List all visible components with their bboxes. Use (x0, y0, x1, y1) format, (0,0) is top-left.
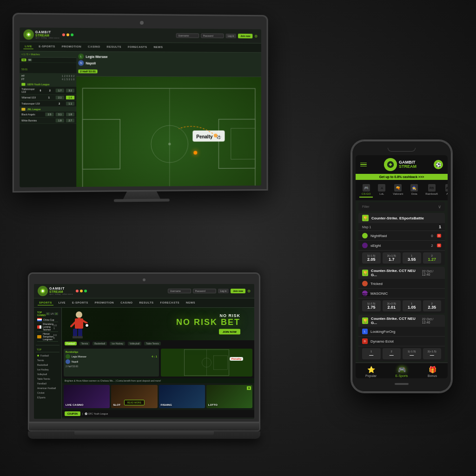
laptop-card-livecasino[interactable]: LIVE CASINO (64, 385, 110, 408)
monitor-username-input[interactable]: Username (176, 33, 199, 38)
laptop-nav-forecasts[interactable]: FORECASTS (159, 300, 181, 305)
laptop-nav-results[interactable]: RESULTS (138, 300, 155, 305)
laptop-ql-tennis[interactable]: Tennis (79, 342, 90, 345)
laptop-next-btn[interactable]: > (54, 312, 58, 315)
phone-tab-dota[interactable]: 🧙 Dota (408, 183, 420, 198)
phone-cashback-bar[interactable]: Get up to 0.8% cashback >>> (356, 174, 448, 180)
phone-section1-header: 🏆 Counter-Strike. ESportsBattle (358, 213, 445, 223)
monitor-nav-results[interactable]: RESULTS (106, 45, 123, 50)
phone-tab-aov[interactable]: AoV AoV (443, 183, 448, 198)
monitor-nav-casino[interactable]: CASINO (86, 44, 102, 49)
laptop-sport-cricket[interactable]: Cricket (36, 390, 60, 395)
laptop-hero-cta[interactable]: Join now (219, 329, 240, 335)
phone-nav-esports[interactable]: 🎮 E-Sports (386, 366, 417, 377)
monitor-camera (140, 21, 144, 25)
phone-filter-bar[interactable]: Filter ∨ (358, 202, 445, 211)
laptop-ql-icehockey[interactable]: Ice Hockey (110, 342, 125, 345)
phone-tab-rainbow6[interactable]: R6 Rainbow6 (423, 183, 440, 198)
phone-s3-odds1-btn[interactable]: 1 — (362, 348, 381, 359)
laptop-card-slot[interactable]: SLOT READ MORE (111, 385, 157, 408)
laptop-logo-icon (38, 286, 48, 296)
laptop-login-button[interactable]: Log in (218, 289, 229, 293)
monitor-score-detail: HT 120032 FT 415010 (20, 73, 76, 82)
phone-s2-odds3-btn[interactable]: 1 1.05 (403, 300, 421, 311)
laptop-prev-btn[interactable]: < (46, 312, 50, 315)
svg-rect-6 (83, 119, 120, 169)
phone-aov-icon: AoV (445, 184, 448, 192)
laptop-quick-links: Football Tennis Basketball Ice Hockey Vo… (62, 340, 254, 347)
laptop-nav-live[interactable]: LIVE (57, 300, 67, 305)
phone-nav-popular[interactable]: ⭐ Popular (356, 366, 386, 377)
laptop-ql-football[interactable]: Football (65, 342, 77, 345)
laptop-card-fishing[interactable]: FISHING (159, 385, 205, 408)
phone-s1-odds4-btn[interactable]: 2 1.27 (423, 252, 442, 264)
phone-tab-lol[interactable]: ⚔ LoL (376, 183, 388, 198)
phone-nav-bonus[interactable]: 🎁 Bonus (417, 366, 448, 377)
laptop-sport-icehockey[interactable]: Ice Hockey (36, 367, 60, 372)
phone-s2-odds2-btn[interactable]: 2(+2.5) 2.01 (383, 300, 401, 311)
laptop-lang-icon[interactable]: ⚙ (247, 289, 251, 293)
phone-s3-odds4-btn[interactable]: 2(+1.5) — (423, 348, 442, 359)
monitor-nav-live[interactable]: LIVE (23, 44, 33, 49)
phone-home-button[interactable] (395, 383, 409, 385)
monitor-nav-esports[interactable]: E-SPORTS (37, 44, 56, 49)
laptop-sport-football[interactable]: Football (36, 353, 60, 358)
laptop-nav-sports[interactable]: SPORTS (38, 300, 53, 305)
monitor-lang-icon[interactable]: ⚙ (254, 34, 258, 38)
wc-minimize (66, 33, 69, 36)
laptop-promo-subtitle: Brighton & Hove Albion women vs Chelsea … (62, 378, 254, 383)
laptop-sport-tennis[interactable]: Tennis (36, 358, 60, 363)
monitor-join-button[interactable]: Join now (238, 33, 252, 38)
phone-match-section-3: 🏆 Counter-Strike. CCT NEU G... 22 Oct / … (358, 315, 445, 361)
phone-s2-odds1-btn[interactable]: 1(-2.5) 1.75 (362, 300, 381, 311)
laptop-slot-readmore[interactable]: READ MORE (124, 400, 145, 405)
laptop-sport-esports[interactable]: ESports (36, 395, 60, 400)
laptop-wc-close (76, 290, 79, 292)
phone-tab-valorant[interactable]: 🔫 Valorant (390, 183, 405, 198)
laptop-ql-volleyball[interactable]: Volleyball (128, 342, 141, 345)
laptop-sport-american-football[interactable]: American Football (36, 386, 60, 390)
phone-s3-odds2-btn[interactable]: 2 — (383, 348, 401, 359)
laptop-sport-basketball[interactable]: Basketball (36, 363, 60, 367)
monitor-login-button[interactable]: Log in (225, 33, 236, 38)
laptop-username-input[interactable]: Username (168, 289, 191, 293)
laptop-sport-volleyball[interactable]: Volleyball (36, 372, 60, 377)
laptop-password-input[interactable]: Password (193, 289, 216, 293)
laptop-team2-mini-logo (66, 359, 70, 364)
laptop-tg-chinacup: China Cup (37, 317, 58, 322)
phone-tab-csgo[interactable]: 🎮 CS:GO (359, 183, 373, 198)
phone-lol-icon: ⚔ (378, 184, 385, 192)
laptop-nav-bar: SPORTS LIVE E-SPORTS PROMOTION CASINO RE… (34, 298, 254, 308)
phone-bonus-icon: 🎁 (429, 366, 436, 373)
laptop-sport-tabletennis[interactable]: Table Tennis (36, 377, 60, 381)
phone-seight-score: 2 (431, 244, 433, 248)
laptop-nav-esports[interactable]: E-SPORTS (71, 300, 90, 305)
laptop-sport-handball[interactable]: Handball (36, 381, 60, 386)
phone: GAMBIT STREAM ⚽ Get up to 0.8% cashback … (350, 139, 453, 393)
laptop-join-button[interactable]: Join now (231, 289, 245, 293)
laptop-coupon-btn[interactable]: COUPON (65, 411, 80, 416)
laptop-ql-basketball[interactable]: Basketball (93, 342, 107, 345)
scene: GAMBIT STREAM sport · betting · online c… (0, 0, 476, 476)
monitor-nav-forecasts[interactable]: FORECASTS (126, 45, 149, 50)
phone-s1-odds3-btn[interactable]: 1 3.55 (403, 252, 421, 264)
phone-notch (388, 148, 416, 152)
phone-s3-odds3-btn[interactable]: 1(-1.5) — (403, 348, 421, 359)
monitor-nav-promotion[interactable]: PROMOTION (60, 44, 83, 49)
laptop-ql-tabletennis[interactable]: Table Tennis (144, 342, 161, 345)
laptop-card-lotto[interactable]: LOTTO 9 (206, 385, 252, 408)
phone-s2-odds4-btn[interactable]: 2 2.35 (423, 300, 442, 311)
wc-close (62, 33, 65, 36)
laptop-nav-promotion[interactable]: PROMOTION (93, 300, 116, 305)
phone-s1-odds1-btn[interactable]: 1(-1.5) 2.05 (362, 252, 381, 264)
laptop-more-games-link[interactable]: ⚽ OFC Youth League (85, 412, 108, 415)
monitor-password-input[interactable]: Password (201, 33, 224, 38)
monitor-nav-news[interactable]: NEWS (152, 45, 164, 50)
laptop-nav-news[interactable]: NEWS (185, 300, 197, 305)
laptop-top-games-nav: < 1/5 > (46, 312, 58, 315)
phone-menu-icon[interactable] (360, 163, 367, 167)
laptop-nav-casino[interactable]: CASINO (119, 300, 134, 305)
svg-rect-5 (231, 128, 255, 159)
phone-s1-odds2-btn[interactable]: 2(+1.5) 1.7 (383, 252, 401, 264)
phone-section1-map-row: Map 1 1 (358, 223, 445, 231)
